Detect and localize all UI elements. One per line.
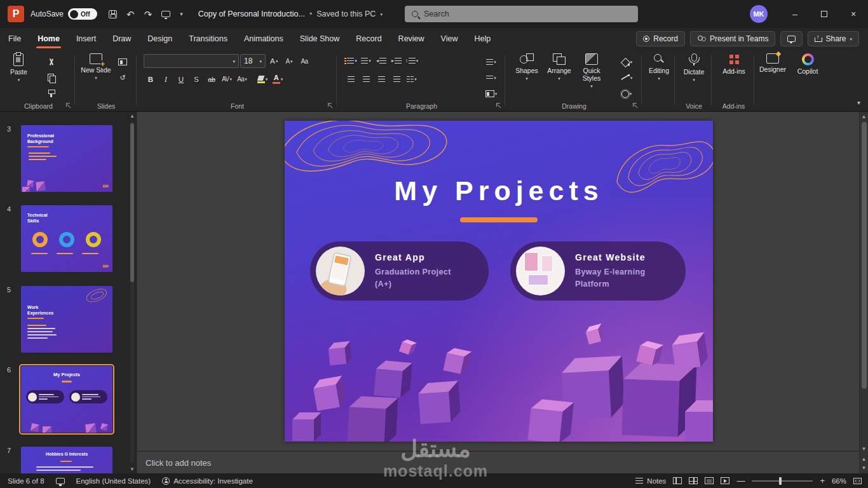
tab-file[interactable]: File: [0, 28, 29, 50]
character-spacing-button[interactable]: AV▾: [220, 72, 234, 86]
avatar[interactable]: MK: [750, 5, 768, 23]
slide-title[interactable]: My Projects: [285, 175, 713, 207]
zoom-slider[interactable]: [752, 480, 813, 482]
cut-button[interactable]: [44, 55, 58, 69]
zoom-in-button[interactable]: +: [820, 477, 825, 485]
increase-indent-button[interactable]: ▸: [390, 54, 403, 67]
dictate-button[interactable]: Dictate ▾: [679, 53, 709, 82]
scrollbar-thumb[interactable]: [862, 122, 867, 389]
numbering-button[interactable]: ▾: [359, 54, 373, 67]
scrollbar-thumb[interactable]: [130, 123, 134, 282]
justify-button[interactable]: [390, 72, 403, 86]
dialog-launcher-icon[interactable]: [633, 103, 639, 109]
text-shadow-button[interactable]: S: [189, 72, 203, 86]
card-title[interactable]: Great App: [375, 252, 451, 262]
display-settings-icon[interactable]: [56, 478, 65, 484]
normal-view-button[interactable]: [673, 477, 682, 484]
zoom-slider-thumb[interactable]: [779, 477, 782, 485]
card-subtitle[interactable]: Graduation Project (A+): [375, 266, 451, 289]
zoom-out-button[interactable]: —: [736, 477, 745, 485]
font-size-combobox[interactable]: 18 ▾: [240, 54, 266, 68]
card-subtitle[interactable]: Byway E-learning Platform: [575, 266, 646, 289]
copilot-button[interactable]: Copilot: [792, 53, 823, 75]
thumbnail-scrollbar[interactable]: ▲ ▼: [128, 113, 136, 472]
scroll-up-icon[interactable]: ▲: [128, 113, 136, 119]
fit-slide-to-window-button[interactable]: [853, 478, 862, 484]
text-direction-button[interactable]: ▾: [484, 55, 498, 69]
document-title-area[interactable]: Copy of Personal Introductio... • Saved …: [198, 10, 383, 18]
tab-view[interactable]: View: [433, 28, 466, 50]
dialog-launcher-icon[interactable]: [328, 103, 334, 109]
shape-effects-button[interactable]: ▾: [620, 87, 634, 100]
previous-slide-button[interactable]: ▲: [860, 456, 868, 462]
italic-button[interactable]: I: [159, 72, 173, 86]
slideshow-button[interactable]: [721, 477, 729, 484]
tab-draw[interactable]: Draw: [104, 28, 139, 50]
tab-review[interactable]: Review: [390, 28, 433, 50]
tab-animations[interactable]: Animations: [236, 28, 292, 50]
tab-insert[interactable]: Insert: [68, 28, 104, 50]
dialog-launcher-icon[interactable]: [496, 103, 502, 109]
shape-fill-button[interactable]: ▾: [620, 55, 634, 69]
autosave-toggle[interactable]: Off: [68, 8, 97, 20]
scroll-up-icon[interactable]: ▲: [860, 114, 868, 119]
convert-to-smartart-button[interactable]: ▾: [484, 87, 498, 100]
change-case-button[interactable]: Aa▾: [235, 72, 249, 86]
collapse-ribbon-chevron-icon[interactable]: ▾: [857, 99, 860, 106]
add-ins-button[interactable]: Add-ins: [718, 53, 750, 75]
tab-transitions[interactable]: Transitions: [180, 28, 236, 50]
save-icon[interactable]: [109, 10, 117, 18]
touch-mode-icon[interactable]: [161, 11, 170, 17]
slide-thumbnail-3[interactable]: Professional Background »»: [21, 125, 112, 192]
language-label[interactable]: English (United States): [76, 477, 151, 485]
decrease-indent-button[interactable]: ◂: [374, 54, 388, 67]
align-text-button[interactable]: ▾: [484, 71, 498, 85]
saved-status[interactable]: Saved to this PC: [316, 10, 376, 18]
quick-styles-button[interactable]: Quick Styles ▾: [577, 53, 606, 88]
share-button[interactable]: Share ▾: [808, 31, 859, 46]
card-title[interactable]: Great Website: [575, 252, 646, 262]
zoom-percentage[interactable]: 66%: [832, 477, 846, 485]
comments-button[interactable]: [780, 31, 803, 46]
strikethrough-button[interactable]: ab: [205, 72, 219, 86]
bullets-button[interactable]: ▾: [344, 54, 358, 67]
font-name-combobox[interactable]: ▾: [144, 54, 239, 68]
slide-thumbnail-4[interactable]: Technical Skills »»: [21, 205, 112, 272]
present-in-teams-button[interactable]: Present in Teams: [690, 31, 776, 46]
next-slide-button[interactable]: ▼: [860, 465, 868, 471]
columns-button[interactable]: ▾: [405, 72, 419, 86]
customize-qat-chevron-icon[interactable]: ▾: [180, 11, 183, 17]
scroll-down-icon[interactable]: ▼: [860, 446, 868, 452]
undo-icon[interactable]: ↶: [126, 10, 135, 19]
editing-button[interactable]: Editing ▾: [644, 53, 674, 81]
slide-layout-button[interactable]: [116, 55, 130, 69]
search-bar[interactable]: [405, 6, 638, 22]
notes-splitter[interactable]: [137, 451, 859, 452]
align-right-button[interactable]: [374, 72, 388, 86]
close-button[interactable]: ×: [839, 0, 868, 28]
new-slide-button[interactable]: New Slide ▾: [79, 53, 113, 80]
font-color-button[interactable]: A▾: [271, 72, 285, 86]
scroll-down-icon[interactable]: ▼: [128, 466, 136, 472]
project-card-great-website[interactable]: Great Website Byway E-learning Platform: [510, 241, 686, 301]
notes-placeholder[interactable]: Click to add notes: [146, 458, 211, 468]
reset-slide-button[interactable]: ↺: [116, 71, 130, 85]
minimize-button[interactable]: –: [780, 0, 810, 28]
slide-thumbnail-5[interactable]: Work Experiences: [21, 286, 112, 353]
slide-thumbnail-6-selected[interactable]: My Projects: [21, 366, 112, 433]
shapes-button[interactable]: Shapes ▾: [512, 53, 541, 81]
increase-font-size-button[interactable]: A▾: [267, 55, 281, 68]
bold-button[interactable]: B: [144, 72, 158, 86]
slide-thumbnail-7[interactable]: Hobbies G Interests: [21, 447, 112, 473]
notes-toggle[interactable]: Notes: [635, 477, 666, 485]
redo-icon[interactable]: ↷: [144, 10, 153, 19]
reading-view-button[interactable]: [705, 477, 714, 484]
paste-button[interactable]: Paste ▾: [10, 53, 27, 82]
slide-editor[interactable]: My Projects Great App Graduation Project…: [285, 121, 713, 442]
powerpoint-app-icon[interactable]: P: [8, 6, 24, 22]
designer-button[interactable]: Designer: [757, 53, 789, 73]
accessibility-status[interactable]: Accessibility: Investigate: [162, 477, 253, 485]
underline-button[interactable]: U: [174, 72, 188, 86]
slide-sorter-view-button[interactable]: [689, 477, 698, 484]
tab-record[interactable]: Record: [348, 28, 390, 50]
